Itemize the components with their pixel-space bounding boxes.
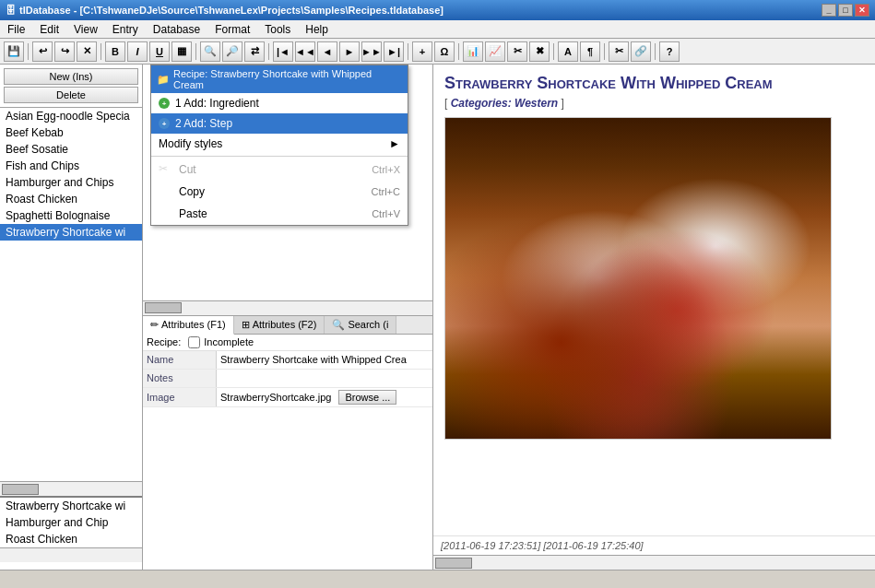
help-button[interactable]: ? [659, 41, 680, 62]
table-button[interactable]: ▦ [171, 41, 192, 62]
preview-title: Strawberry Shortcake with Whipped Cream [444, 74, 864, 93]
delete-button[interactable]: ✕ [77, 41, 97, 62]
bottom-list-item[interactable]: Hamburger and Chip [0, 514, 142, 531]
ctx-label-copy: Copy [179, 185, 205, 198]
entry-item[interactable]: Spaghetti Bolognaise [0, 207, 142, 224]
underline-button[interactable]: U [149, 41, 170, 62]
nav-prev-button[interactable]: ◄ [317, 41, 337, 62]
browse-button[interactable]: Browse ... [338, 390, 396, 405]
bottom-list-item[interactable]: Strawberry Shortcake wi [0, 498, 142, 514]
ctx-copy[interactable]: Copy Ctrl+C [151, 181, 408, 203]
copy-icon [159, 184, 173, 199]
attr-notes-row: Notes [143, 370, 432, 388]
replace-button[interactable]: ⇄ [244, 41, 265, 62]
nav-next-button[interactable]: ► [339, 41, 360, 62]
context-menu-header: 📁 Recipe: Strawberry Shortcake with Whip… [151, 65, 408, 93]
nav-prev2-button[interactable]: ◄◄ [295, 41, 315, 62]
italic-button[interactable]: I [127, 41, 148, 62]
preview-scroll-thumb[interactable] [435, 558, 472, 569]
context-menu: 📁 Recipe: Strawberry Shortcake with Whip… [150, 65, 408, 226]
main-layout: New (Ins) Delete Asian Egg-noodle Specia… [0, 65, 875, 570]
add-button[interactable]: + [412, 41, 432, 62]
minimize-button[interactable]: _ [822, 4, 836, 17]
menu-file[interactable]: File [0, 20, 32, 38]
incomplete-label: Incomplete [204, 336, 254, 347]
tab-attributes-f1[interactable]: ✏ Attributes (F1) [143, 316, 234, 335]
menu-view[interactable]: View [66, 20, 105, 38]
maximize-button[interactable]: □ [838, 4, 853, 17]
incomplete-check: Incomplete [188, 336, 254, 348]
entry-item[interactable]: Asian Egg-noodle Specia [0, 108, 142, 124]
chart-button[interactable]: 📊 [463, 41, 483, 62]
symbol-button[interactable]: Ω [434, 41, 455, 62]
nav-last-button[interactable]: ►| [384, 41, 404, 62]
menu-help[interactable]: Help [298, 20, 336, 38]
save-button[interactable]: 💾 [4, 41, 24, 62]
bottom-hscroll[interactable] [0, 547, 142, 562]
ctx-modify-styles[interactable]: Modify styles ► [151, 134, 408, 154]
entries-hscroll[interactable] [0, 481, 142, 496]
preview-category: [ Categories: Western ] [444, 97, 864, 110]
bold-button[interactable]: B [105, 41, 125, 62]
cut-icon: ✂ [159, 162, 173, 177]
recipe-label: Recipe: [147, 336, 181, 347]
menu-format[interactable]: Format [207, 20, 257, 38]
category-value: Western [514, 97, 561, 110]
tree-scroll-thumb[interactable] [145, 302, 182, 313]
ctx-shortcut-cut: Ctrl+X [372, 164, 400, 175]
preview-timestamps: [2011-06-19 17:23:51] [2011-06-19 17:25:… [441, 540, 644, 551]
nav-next2-button[interactable]: ►► [361, 41, 382, 62]
graph-button[interactable]: 📈 [485, 41, 505, 62]
right-panel: Strawberry Shortcake with Whipped Cream … [433, 65, 875, 570]
bottom-left-panel: Strawberry Shortcake wi Hamburger and Ch… [0, 496, 142, 570]
search-back-button[interactable]: 🔍 [200, 41, 220, 62]
menu-tools[interactable]: Tools [257, 20, 298, 38]
close-x-button[interactable]: ✖ [529, 41, 550, 62]
paragraph-button[interactable]: ¶ [580, 41, 600, 62]
recipe-header-row: Recipe: Incomplete [143, 335, 432, 351]
ctx-label-cut: Cut [179, 163, 196, 176]
incomplete-checkbox[interactable] [188, 336, 200, 348]
menu-edit[interactable]: Edit [32, 20, 66, 38]
ctx-label-paste: Paste [179, 207, 207, 220]
tab-attributes-f2[interactable]: ⊞ Attributes (F2) [234, 316, 325, 334]
entry-item[interactable]: Beef Kebab [0, 124, 142, 141]
menu-entry[interactable]: Entry [105, 20, 146, 38]
attr-notes-label: Notes [143, 370, 217, 387]
entry-item[interactable]: Hamburger and Chips [0, 174, 142, 191]
tab-search[interactable]: 🔍 Search (i [325, 316, 396, 334]
food-photo [445, 118, 831, 439]
undo-button[interactable]: ↩ [32, 41, 53, 62]
nav-first-button[interactable]: |◄ [273, 41, 293, 62]
cut-button[interactable]: ✂ [507, 41, 527, 62]
bottom-list-item-roast[interactable]: Roast Chicken [0, 531, 142, 547]
tabs-bar: ✏ Attributes (F1) ⊞ Attributes (F2) 🔍 Se… [143, 315, 432, 335]
font-a-button[interactable]: A [558, 41, 578, 62]
scissors-button[interactable]: ✂ [609, 41, 629, 62]
ctx-add-step[interactable]: + 2 Add: Step [151, 113, 408, 134]
tab-f1-label: Attributes (F1) [161, 319, 226, 330]
scroll-thumb[interactable] [2, 484, 39, 495]
ctx-cut[interactable]: ✂ Cut Ctrl+X [151, 159, 408, 181]
status-bar [0, 570, 875, 588]
preview-content: Strawberry Shortcake with Whipped Cream … [433, 65, 875, 535]
close-button[interactable]: ✕ [855, 4, 869, 17]
entry-item[interactable]: Beef Sosatie [0, 141, 142, 158]
redo-button[interactable]: ↪ [54, 41, 75, 62]
tree-area: 📁 Recipe: Strawberry Shortcake with Whip… [143, 65, 432, 300]
preview-hscroll[interactable] [433, 555, 875, 570]
new-button[interactable]: New (Ins) [4, 68, 138, 85]
menu-database[interactable]: Database [146, 20, 207, 38]
attr-name-value: Strawberry Shortcake with Whipped Crea [217, 351, 432, 369]
search-fwd-button[interactable]: 🔎 [222, 41, 242, 62]
link-button[interactable]: 🔗 [631, 41, 651, 62]
delete-entry-button[interactable]: Delete [4, 87, 138, 103]
entry-item-roast-chicken[interactable]: Roast Chicken [0, 191, 142, 207]
ctx-paste[interactable]: Paste Ctrl+V [151, 203, 408, 225]
pencil-icon: ✏ [150, 319, 159, 331]
ctx-add-ingredient[interactable]: + 1 Add: Ingredient [151, 93, 408, 113]
tree-hscroll[interactable] [143, 300, 432, 315]
entries-list: Asian Egg-noodle Specia Beef Kebab Beef … [0, 108, 142, 481]
entry-item[interactable]: Fish and Chips [0, 158, 142, 174]
entry-item-strawberry[interactable]: Strawberry Shortcake wi [0, 224, 142, 241]
